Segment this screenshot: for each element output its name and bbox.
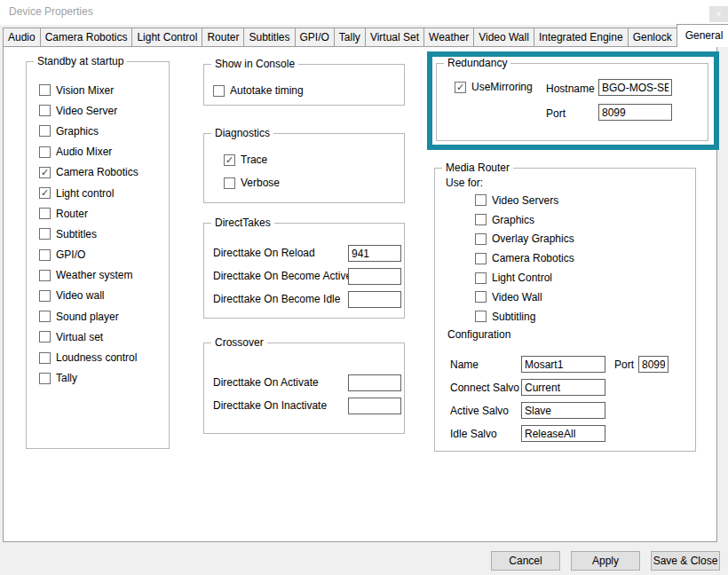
- crossover-group: Crossover Directtake On Activate Directt…: [203, 343, 405, 434]
- checkbox-row-loudness-control[interactable]: Loudness control: [39, 347, 169, 367]
- checkbox-row-autotake-timing[interactable]: Autotake timing: [213, 84, 404, 97]
- use-mirroring-checkbox[interactable]: ✓: [455, 82, 466, 93]
- checkbox-label: Virtual set: [56, 331, 103, 343]
- checkbox-row-vision-mixer[interactable]: Vision Mixer: [39, 80, 169, 100]
- mr-video-wall-checkbox[interactable]: [475, 291, 487, 303]
- checkbox-label: Video wall: [56, 289, 104, 302]
- tab-light-control[interactable]: Light Control: [131, 28, 202, 46]
- mr-overlay-graphics-checkbox[interactable]: [475, 233, 487, 245]
- checkbox-row-tally[interactable]: Tally: [39, 368, 169, 389]
- tab-router[interactable]: Router: [202, 28, 244, 46]
- tab-integrated-engine[interactable]: Integrated Engine: [534, 28, 629, 46]
- checkbox-row-mr-light-control[interactable]: Light Control: [475, 268, 695, 288]
- show-in-console-group-title: Show in Console: [211, 59, 298, 70]
- checkbox-row-camera-robotics[interactable]: ✓Camera Robotics: [39, 162, 169, 183]
- tab-video-wall[interactable]: Video Wall: [473, 28, 534, 46]
- cancel-button[interactable]: Cancel: [491, 551, 560, 571]
- audio-mixer-checkbox[interactable]: [39, 146, 51, 158]
- diagnostics-group-title: Diagnostics: [211, 128, 273, 139]
- checkbox-row-light-control[interactable]: ✓Light control: [39, 183, 169, 203]
- tab-general[interactable]: General: [677, 24, 728, 47]
- save-close-button[interactable]: Save & Close: [651, 551, 720, 571]
- mr-graphics-checkbox[interactable]: [475, 214, 487, 225]
- config-port-label: Port: [614, 358, 634, 371]
- checkbox-row-mr-overlay-graphics[interactable]: Overlay Graphics: [475, 230, 695, 249]
- vision-mixer-checkbox[interactable]: [39, 84, 51, 96]
- tally-checkbox[interactable]: [39, 373, 51, 384]
- directtake-on-become-idle-input[interactable]: [348, 291, 401, 308]
- tab-camera-robotics[interactable]: Camera Robotics: [40, 28, 133, 46]
- show-in-console-group: Show in Console Autotake timing: [203, 64, 405, 106]
- tab-genlock[interactable]: Genlock: [628, 28, 677, 46]
- camera-robotics-checkbox[interactable]: ✓: [39, 167, 51, 178]
- directtake-on-activate-input[interactable]: [348, 374, 401, 391]
- tab-virtual-set[interactable]: Virtual Set: [365, 28, 424, 46]
- directtake-on-reload-input[interactable]: [348, 245, 401, 262]
- tab-gpio[interactable]: GPI/O: [295, 28, 335, 46]
- router-checkbox[interactable]: [39, 208, 51, 219]
- graphics-checkbox[interactable]: [39, 125, 51, 137]
- checkbox-label: Light control: [56, 187, 114, 200]
- autotake-timing-checkbox[interactable]: [213, 85, 225, 97]
- subtitles-checkbox[interactable]: [39, 228, 51, 240]
- standby-group-title: Standby at startup: [34, 56, 127, 67]
- tab-subtitles[interactable]: Subtitles: [243, 28, 295, 46]
- video-server-checkbox[interactable]: [39, 105, 51, 116]
- config-name-label: Name: [450, 358, 479, 371]
- tab-weather[interactable]: Weather: [423, 28, 474, 46]
- checkbox-row-mr-video-servers[interactable]: Video Servers: [475, 191, 695, 210]
- checkbox-label: Router: [56, 208, 88, 220]
- mr-subtitling-checkbox[interactable]: [475, 311, 487, 322]
- mr-video-servers-checkbox[interactable]: [475, 194, 487, 206]
- checkbox-row-audio-mixer[interactable]: Audio Mixer: [39, 142, 169, 162]
- checkbox-row-mr-subtitling[interactable]: Subtitling: [475, 307, 695, 327]
- checkbox-row-router[interactable]: Router: [39, 203, 169, 224]
- mr-camera-robotics-checkbox[interactable]: [475, 253, 487, 264]
- idle-salvo-input[interactable]: [521, 425, 605, 442]
- checkbox-row-weather-system[interactable]: Weather system: [39, 265, 169, 286]
- tab-audio[interactable]: Audio: [3, 28, 41, 46]
- checkbox-row-graphics[interactable]: Graphics: [39, 121, 169, 141]
- checkbox-row-verbose[interactable]: Verbose: [224, 171, 404, 194]
- connect-salvo-input[interactable]: [521, 379, 605, 396]
- hostname-input[interactable]: [598, 79, 672, 96]
- mr-light-control-checkbox[interactable]: [475, 272, 487, 284]
- checkbox-row-video-server[interactable]: Video Server: [39, 100, 169, 121]
- checkbox-row-subtitles[interactable]: Subtitles: [39, 224, 169, 244]
- video-wall-checkbox[interactable]: [39, 290, 51, 302]
- directtake-on-inactivate-input[interactable]: [348, 398, 401, 414]
- checkbox-row-trace[interactable]: ✓Trace: [224, 148, 404, 171]
- checkbox-row-virtual-set[interactable]: Virtual set: [39, 327, 169, 347]
- config-port-input[interactable]: [638, 356, 669, 373]
- standby-checkbox-list: Vision Mixer Video Server Graphics Audio…: [27, 62, 169, 389]
- loudness-control-checkbox[interactable]: [39, 352, 51, 364]
- virtual-set-checkbox[interactable]: [39, 331, 51, 343]
- checkbox-row-mr-video-wall[interactable]: Video Wall: [475, 288, 695, 307]
- checkbox-label: Graphics: [56, 125, 99, 138]
- checkbox-row-video-wall[interactable]: Video wall: [39, 286, 169, 306]
- gpio-checkbox[interactable]: [39, 249, 51, 261]
- redundancy-port-input[interactable]: [598, 104, 672, 121]
- config-name-input[interactable]: [521, 356, 605, 373]
- sound-player-checkbox[interactable]: [39, 311, 51, 322]
- tab-bar: Audio Camera Robotics Light Control Rout…: [3, 24, 728, 47]
- close-icon[interactable]: x: [709, 6, 728, 22]
- apply-button[interactable]: Apply: [571, 551, 640, 571]
- directtake-on-become-active-input[interactable]: [348, 268, 401, 285]
- checkbox-row-mr-camera-robotics[interactable]: Camera Robotics: [475, 248, 695, 268]
- trace-checkbox[interactable]: ✓: [224, 154, 235, 166]
- directtake-on-become-active-row: Directtake On Become Active: [204, 267, 404, 287]
- directtake-on-become-active-label: Directtake On Become Active: [213, 270, 352, 282]
- tab-tally[interactable]: Tally: [334, 28, 366, 46]
- checkbox-row-gpio[interactable]: GPI/O: [39, 245, 169, 265]
- verbose-checkbox[interactable]: [224, 177, 235, 189]
- checkbox-row-use-mirroring[interactable]: ✓ UseMirroring: [455, 81, 533, 93]
- checkbox-row-sound-player[interactable]: Sound player: [39, 306, 169, 327]
- active-salvo-input[interactable]: [521, 402, 605, 419]
- checkbox-row-mr-graphics[interactable]: Graphics: [475, 210, 695, 230]
- standby-group: Standby at startup Vision Mixer Video Se…: [26, 61, 170, 449]
- light-control-checkbox[interactable]: ✓: [39, 187, 51, 199]
- weather-system-checkbox[interactable]: [39, 270, 51, 281]
- checkbox-label: Light Control: [492, 272, 552, 284]
- redundancy-port-label: Port: [546, 107, 566, 120]
